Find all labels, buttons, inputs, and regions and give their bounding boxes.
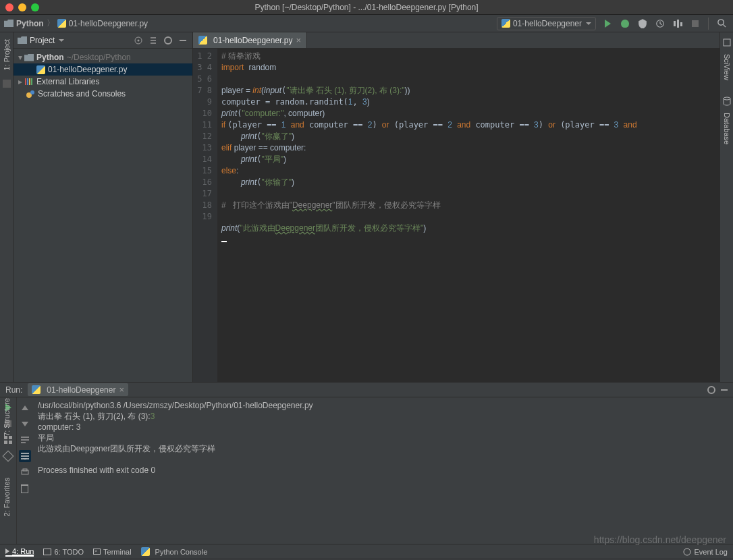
todo-tool-tab[interactable]: 6: TODO bbox=[43, 548, 84, 556]
run-tool-tab[interactable]: 4: Run bbox=[5, 547, 34, 557]
tree-root[interactable]: ▾ Python ~/Desktop/Python bbox=[13, 51, 192, 63]
terminal-tool-tab[interactable]: Terminal bbox=[93, 548, 132, 556]
locate-icon[interactable] bbox=[133, 35, 144, 46]
project-panel-title: Project bbox=[30, 36, 55, 45]
minimize-window-icon[interactable] bbox=[18, 3, 26, 11]
tree-scratches-label: Scratches and Consoles bbox=[38, 89, 126, 99]
svg-point-12 bbox=[30, 90, 34, 94]
right-tool-strip: SciView Database bbox=[720, 32, 733, 382]
todo-label: 6: TODO bbox=[54, 548, 84, 556]
scroll-end-button[interactable] bbox=[19, 450, 31, 462]
svg-rect-2 bbox=[677, 20, 679, 28]
title-bar: Python [~/Desktop/Python] - .../01-hello… bbox=[0, 0, 733, 15]
coverage-button[interactable] bbox=[635, 16, 650, 31]
scratches-icon bbox=[26, 89, 35, 99]
hide-panel-icon[interactable] bbox=[721, 389, 728, 391]
pyconsole-tool-tab[interactable]: Python Console bbox=[141, 547, 208, 556]
svg-point-21 bbox=[684, 549, 690, 555]
expand-icon[interactable]: ▾ bbox=[18, 53, 23, 62]
editor-tab[interactable]: 01-helloDeepgener.py × bbox=[193, 32, 307, 48]
search-button[interactable] bbox=[714, 16, 729, 31]
window-title: Python [~/Desktop/Python] - .../01-hello… bbox=[254, 3, 478, 12]
print-button[interactable] bbox=[19, 466, 31, 478]
python-file-icon bbox=[36, 65, 45, 74]
event-log-tab[interactable]: Event Log bbox=[683, 548, 728, 556]
favorites-tab[interactable]: 2: Favorites bbox=[3, 478, 11, 516]
python-file-icon bbox=[198, 36, 207, 45]
tree-root-path: ~/Desktop/Python bbox=[67, 53, 131, 62]
minimize-icon bbox=[180, 40, 186, 41]
folder-icon bbox=[18, 36, 27, 44]
run-label: Run: bbox=[5, 385, 22, 395]
svg-rect-8 bbox=[27, 78, 28, 85]
breadcrumb[interactable]: Python 〉 01-helloDeepgener.py bbox=[4, 18, 148, 29]
window-controls bbox=[5, 3, 39, 11]
bug-icon bbox=[621, 20, 629, 28]
svg-rect-3 bbox=[680, 22, 682, 26]
run-button[interactable] bbox=[600, 16, 615, 31]
svg-rect-13 bbox=[724, 39, 730, 46]
clear-button[interactable] bbox=[19, 482, 31, 495]
svg-rect-1 bbox=[674, 21, 676, 26]
expand-icon[interactable]: ▸ bbox=[18, 77, 23, 86]
library-icon bbox=[24, 78, 34, 86]
python-file-icon bbox=[501, 19, 510, 28]
play-icon bbox=[5, 549, 9, 554]
terminal-icon bbox=[93, 549, 101, 555]
database-tab[interactable]: Database bbox=[723, 113, 731, 144]
gear-icon[interactable] bbox=[707, 386, 715, 394]
debug-button[interactable] bbox=[618, 16, 632, 31]
run-config-selector[interactable]: 01-helloDeepgener bbox=[497, 17, 596, 30]
run-tab[interactable]: 01-helloDeepgener × bbox=[28, 383, 128, 396]
editor-tab-label: 01-helloDeepgener.py bbox=[213, 36, 292, 45]
console-output[interactable]: /usr/local/bin/python3.6 /Users/zmszy/De… bbox=[32, 397, 733, 544]
line-gutter: 1 2 3 4 5 6 7 8 9 10 11 12 13 14 15 16 1… bbox=[193, 49, 217, 382]
code-content[interactable]: # 猜拳游戏 import random player = int(input(… bbox=[217, 49, 720, 382]
terminal-label: Terminal bbox=[103, 548, 132, 556]
tree-scratches[interactable]: Scratches and Consoles bbox=[13, 88, 192, 100]
profile-button[interactable] bbox=[653, 16, 668, 31]
collapse-icon[interactable] bbox=[148, 35, 159, 46]
close-window-icon[interactable] bbox=[5, 3, 13, 11]
log-icon bbox=[683, 548, 691, 556]
svg-rect-7 bbox=[25, 78, 26, 85]
code-editor[interactable]: 1 2 3 4 5 6 7 8 9 10 11 12 13 14 15 16 1… bbox=[193, 49, 720, 382]
line-up-button[interactable] bbox=[19, 401, 31, 414]
soft-wrap-button[interactable] bbox=[19, 434, 31, 446]
trash-icon bbox=[21, 484, 28, 493]
stop-button[interactable] bbox=[688, 16, 703, 31]
maximize-window-icon[interactable] bbox=[31, 3, 39, 11]
database-icon[interactable] bbox=[722, 96, 732, 106]
python-file-icon bbox=[32, 385, 40, 394]
run-left-toolbar-2 bbox=[16, 397, 32, 544]
hide-panel-button[interactable] bbox=[178, 35, 188, 46]
tree-file[interactable]: 01-helloDeepgener.py bbox=[13, 63, 192, 76]
svg-rect-10 bbox=[31, 78, 32, 85]
breadcrumb-sep-icon: 〉 bbox=[47, 18, 55, 29]
left-tool-strip-lower: 7: Structure 2: Favorites bbox=[0, 398, 13, 516]
settings-icon[interactable] bbox=[163, 35, 173, 46]
line-down-button[interactable] bbox=[19, 418, 31, 430]
run-panel: Run: 01-helloDeepgener × /usr/local/bin/… bbox=[0, 382, 733, 544]
tree-external[interactable]: ▸ External Libraries bbox=[13, 76, 192, 88]
python-icon bbox=[141, 547, 150, 556]
tree-root-label: Python bbox=[36, 53, 64, 62]
structure-tab[interactable]: 7: Structure bbox=[3, 398, 11, 437]
project-panel: Project ▾ Python ~/Desktop/Python 01-hel… bbox=[13, 32, 193, 382]
play-icon bbox=[605, 20, 611, 28]
stop-icon bbox=[692, 20, 699, 27]
sciview-icon[interactable] bbox=[722, 38, 732, 47]
pyconsole-label: Python Console bbox=[155, 548, 208, 556]
chevron-down-icon bbox=[586, 22, 591, 25]
close-tab-icon[interactable]: × bbox=[296, 35, 301, 45]
tool-project-tab[interactable]: 1: Project bbox=[3, 39, 11, 70]
concurrency-button[interactable] bbox=[670, 16, 685, 31]
tool-icon[interactable] bbox=[3, 80, 11, 88]
close-tab-icon[interactable]: × bbox=[119, 385, 124, 395]
chevron-down-icon[interactable] bbox=[59, 39, 64, 42]
project-tree: ▾ Python ~/Desktop/Python 01-helloDeepge… bbox=[13, 49, 192, 103]
sciview-tab[interactable]: SciView bbox=[723, 54, 731, 80]
gear-icon bbox=[164, 36, 172, 45]
breadcrumb-project: Python bbox=[16, 19, 44, 28]
watermark: https://blog.csdn.net/deepgener bbox=[594, 534, 726, 545]
